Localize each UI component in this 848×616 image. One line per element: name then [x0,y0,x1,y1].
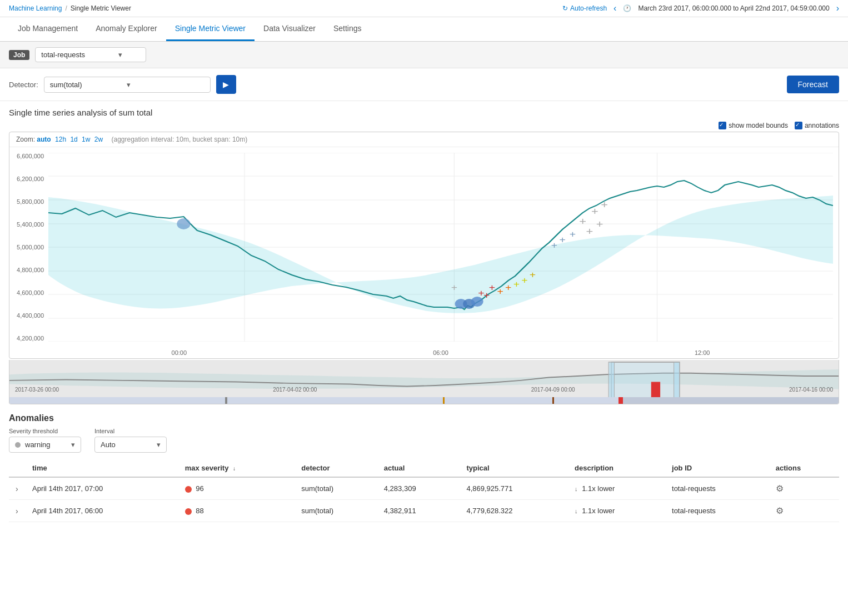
row-1-severity: 88 [178,500,295,522]
tab-data-visualizer[interactable]: Data Visualizer [255,17,325,41]
svg-text:+: + [530,270,536,280]
y-label-6: 4,600,000 [17,289,44,296]
svg-text:+: + [586,226,593,237]
row-0-severity-value: 96 [196,484,203,493]
svg-text:+: + [451,283,457,293]
zoom-2w[interactable]: 2w [94,136,103,143]
row-0-severity: 96 [178,477,295,500]
mini-chart-navigator[interactable]: 2017-03-26 00:00 2017-04-02 00:00 2017-0… [9,360,839,404]
row-1-detector: sum(total) [295,500,377,522]
y-label-7: 4,400,000 [17,312,44,319]
zoom-1d[interactable]: 1d [70,136,77,143]
play-button[interactable]: ▶ [216,75,236,94]
next-date-arrow[interactable]: › [836,3,839,13]
model-bounds-label: show model bounds [729,122,788,129]
chart-options: show model bounds annotations [9,122,839,129]
svg-text:+: + [489,283,495,293]
zoom-auto[interactable]: auto [37,136,51,143]
zoom-1w[interactable]: 1w [82,136,90,143]
down-arrow-0: ↓ [575,485,578,492]
interval-filter-group: Interval Auto ▾ [94,428,167,453]
tab-single-metric-viewer[interactable]: Single Metric Viewer [166,17,255,41]
svg-rect-36 [674,362,680,399]
severity-select[interactable]: warning ▾ [9,437,81,453]
zoom-12h[interactable]: 12h [55,136,66,143]
row-1-severity-value: 88 [196,507,203,515]
col-description-label: description [575,464,613,472]
row-expand-0[interactable]: › [16,484,18,493]
y-label-5: 4,800,000 [17,267,44,273]
main-content: Single time series analysis of sum total… [0,101,848,529]
anomalies-title: Anomalies [9,413,839,423]
settings-icon-1[interactable]: ⚙ [776,506,784,515]
tab-anomaly-explorer[interactable]: Anomaly Explorer [87,17,166,41]
sort-icon: ↓ [233,465,236,472]
svg-rect-35 [608,362,614,399]
col-detector-label: detector [301,464,330,472]
job-select[interactable]: total-requests ▾ [35,47,146,62]
down-arrow-1: ↓ [575,508,578,514]
col-severity[interactable]: max severity ↓ [178,459,295,477]
row-0-jobid: total-requests [665,477,769,500]
x-label-0: 00:00 [172,349,187,356]
severity-value: warning [25,440,51,449]
row-0-time: April 14th 2017, 07:00 [26,477,178,500]
job-value: total-requests [41,51,85,59]
show-model-bounds-checkbox[interactable]: show model bounds [719,122,788,129]
col-description: description [568,459,665,477]
main-chart-svg: + + + + + + + + + + + + + + + + + [48,153,833,342]
job-bar: Job total-requests ▾ [0,42,848,68]
severity-label: Severity threshold [9,428,81,434]
svg-text:+: + [483,291,490,301]
y-label-1: 6,200,000 [17,176,44,182]
y-label-8: 4,200,000 [17,335,44,342]
interval-select[interactable]: Auto ▾ [94,437,167,453]
col-actions: actions [769,459,839,477]
x-label-1: 06:00 [433,349,448,356]
y-label-4: 5,000,000 [17,244,44,251]
y-label-3: 5,400,000 [17,221,44,228]
breadcrumb-ml-link[interactable]: Machine Learning [9,4,62,12]
annotations-checkbox[interactable]: annotations [795,122,839,129]
anomaly-color-bar [9,397,839,404]
settings-icon-0[interactable]: ⚙ [776,484,784,493]
col-expand [9,459,26,477]
forecast-button[interactable]: Forecast [787,76,839,93]
aggregation-info: (aggregation interval: 10m, bucket span:… [111,136,247,143]
x-label-2: 12:00 [695,349,710,356]
col-time[interactable]: time [26,459,178,477]
y-label-2: 5,800,000 [17,198,44,205]
col-jobid-label: job ID [672,464,692,472]
tab-settings[interactable]: Settings [325,17,371,41]
detector-bar: Detector: sum(total) ▾ ▶ Forecast [0,68,848,101]
breadcrumb: Machine Learning / Single Metric Viewer [9,4,131,12]
auto-refresh-button[interactable]: ↻ Auto-refresh [562,4,607,12]
top-bar: Machine Learning / Single Metric Viewer … [0,0,848,17]
mini-chart-dates: 2017-03-26 00:00 2017-04-02 00:00 2017-0… [9,387,839,393]
severity-dropdown-arrow: ▾ [71,440,75,449]
svg-text:+: + [505,283,511,293]
svg-text:+: + [591,206,598,217]
tab-job-management[interactable]: Job Management [9,17,87,41]
chart-zoom-bar: Zoom: auto 12h 1d 1w 2w (aggregation int… [9,132,839,147]
row-expand-1[interactable]: › [16,507,18,515]
row-0-desc-value: 1.1x lower [582,484,615,493]
row-0-detector: sum(total) [295,477,377,500]
top-right-controls: ↻ Auto-refresh ‹ 🕐 March 23rd 2017, 06:0… [562,3,839,13]
col-actual: actual [377,459,460,477]
x-axis: 00:00 06:00 12:00 [48,349,833,356]
row-1-desc-value: 1.1x lower [582,507,615,515]
col-actual-label: actual [384,464,405,472]
col-actions-label: actions [776,464,801,472]
svg-point-15 [471,297,483,307]
clock-icon: 🕐 [623,4,631,12]
prev-date-arrow[interactable]: ‹ [613,3,616,13]
breadcrumb-current: Single Metric Viewer [71,4,131,12]
detector-select[interactable]: sum(total) ▾ [44,77,211,93]
table-row: › April 14th 2017, 07:00 96 sum(total) 4… [9,477,839,500]
row-1-time: April 14th 2017, 06:00 [26,500,178,522]
y-axis: 6,600,000 6,200,000 5,800,000 5,400,000 … [9,153,47,342]
svg-text:+: + [513,279,520,289]
row-1-jobid: total-requests [665,500,769,522]
svg-text:+: + [551,241,557,251]
